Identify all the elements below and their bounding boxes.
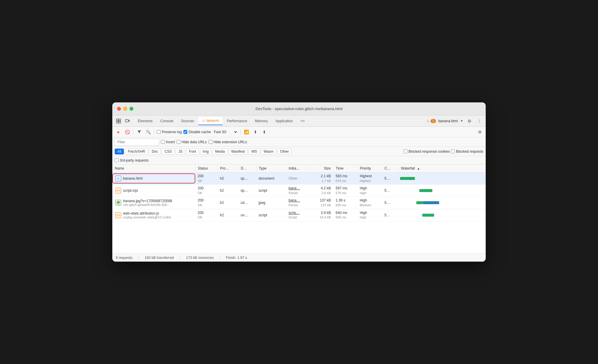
status-divider-3 (220, 255, 220, 260)
wifi-icon[interactable]: 📶 (243, 128, 250, 136)
cell-time-3: 1.39 s 605 ms (333, 197, 357, 209)
filter-tag-media[interactable]: Media (212, 149, 228, 154)
filter-tag-font[interactable]: Font (186, 149, 199, 154)
finish-time: Finish: 1.97 s (226, 256, 247, 260)
col-status[interactable]: Status (195, 165, 218, 173)
filter-tag-img[interactable]: Img (200, 149, 211, 154)
tab-application[interactable]: Application (272, 117, 296, 125)
col-domain[interactable]: D… (238, 165, 256, 173)
blocked-cookies-checkbox[interactable] (404, 149, 407, 153)
toolbar-divider-3 (240, 129, 241, 135)
col-type[interactable]: Type (256, 165, 286, 173)
file-name-1: banana.html (123, 176, 143, 181)
third-party-label[interactable]: 3rd-party requests (115, 158, 148, 162)
filter-input[interactable] (115, 138, 159, 146)
col-time[interactable]: Time (333, 165, 357, 173)
filter-tag-manifest[interactable]: Manifest (229, 149, 247, 154)
cell-type-2: script (256, 185, 286, 197)
filter-tag-all[interactable]: All (115, 149, 124, 154)
file-name-2: script.mjs (123, 189, 138, 193)
toolbar-divider-1 (133, 129, 133, 135)
cell-waterfall-3 (399, 197, 486, 209)
record-button[interactable]: ● (115, 128, 122, 136)
search-button[interactable]: 🔍 (145, 128, 152, 136)
filter-tag-doc[interactable]: Doc (149, 149, 161, 154)
warning-indicator: ⚠ 2 (426, 119, 436, 123)
device-toolbar-icon[interactable] (124, 117, 131, 125)
filter-tag-css[interactable]: CSS (162, 149, 175, 154)
transferred-size: 160 kB transferred (145, 256, 174, 260)
cell-initiator-1: Other (286, 173, 310, 185)
network-settings-icon[interactable]: ⚙ (476, 128, 483, 136)
filter-tag-fetch-xhr[interactable]: Fetch/XHR (125, 149, 148, 154)
toolbar-divider-2 (154, 129, 154, 135)
hide-extension-urls-checkbox[interactable] (209, 140, 212, 144)
cell-domain-3: cd… (238, 197, 256, 209)
col-priority[interactable]: Priority (357, 165, 382, 173)
tab-sources[interactable]: Sources (178, 117, 198, 125)
minimize-button[interactable] (123, 107, 127, 111)
hide-extension-urls-label[interactable]: Hide extension URLs (209, 140, 247, 144)
cell-protocol-4: h2 (218, 209, 238, 221)
filter-tag-ws[interactable]: WS (249, 149, 260, 154)
cell-waterfall-1 (399, 173, 486, 185)
clear-button[interactable]: 🚫 (124, 128, 131, 136)
preserve-log-label[interactable]: Preserve log (157, 130, 182, 134)
import-button[interactable]: ⬆ (252, 128, 259, 136)
cell-protocol-2: h2 (218, 185, 238, 197)
disable-cache-checkbox[interactable] (183, 130, 187, 134)
filter-tag-other[interactable]: Other (277, 149, 292, 154)
tab-elements[interactable]: Elements (134, 117, 156, 125)
close-button[interactable] (117, 107, 121, 111)
third-party-checkbox[interactable] (115, 158, 119, 162)
tab-more[interactable]: >> (297, 117, 308, 125)
table-row[interactable]: ≡ banana.html 200 OK (112, 173, 486, 185)
devtools-settings-icon[interactable]: ⚙ (466, 117, 473, 125)
export-button[interactable]: ⬇ (261, 128, 268, 136)
disable-cache-label[interactable]: Disable cache (183, 130, 211, 134)
throttle-selector[interactable]: Fast 3G Slow 3G No throttling (213, 130, 238, 134)
tab-memory[interactable]: Memory (251, 117, 271, 125)
col-initiator[interactable]: Initia… (286, 165, 310, 173)
col-connection[interactable]: C… (382, 165, 398, 173)
blocked-cookies-label[interactable]: Blocked response cookies (404, 149, 450, 154)
cell-status-3: 200 OK (195, 197, 218, 209)
cell-priority-3: High Medium (357, 197, 382, 209)
blocked-requests-label[interactable]: Blocked requests (451, 149, 483, 154)
tab-console[interactable]: Console (157, 117, 177, 125)
table-row[interactable]: 🌴 banana.jpg?v=1705668720588 cdn.glitch.… (112, 197, 486, 209)
current-file-dropdown[interactable]: ▼ (460, 119, 463, 123)
cell-domain-1: sp… (238, 173, 256, 185)
svg-rect-2 (116, 121, 118, 123)
col-protocol[interactable]: Pro… (218, 165, 238, 173)
requests-count: 6 requests (116, 256, 132, 260)
tab-network[interactable]: ⚠ Network (198, 117, 223, 125)
col-size[interactable]: Size (310, 165, 333, 173)
network-table: Name Status Pro… D… Type Initia… Size Ti… (112, 165, 486, 221)
tab-right-controls: ⚠ 2 banana.html ▼ ⚙ ⋮ (426, 117, 483, 125)
throttle-select[interactable]: Fast 3G Slow 3G No throttling (213, 130, 238, 134)
col-waterfall[interactable]: Waterfall ▲ (399, 165, 486, 173)
devtools-more-icon[interactable]: ⋮ (476, 117, 483, 125)
filter-tag-wasm[interactable]: Wasm (261, 149, 276, 154)
cell-connection-3: 5… (382, 197, 398, 209)
table-row[interactable]: </> web-vitals.attribution.js unpkg.com/… (112, 209, 486, 221)
col-name[interactable]: Name (112, 165, 195, 173)
cell-name-2: </> script.mjs (112, 185, 195, 197)
filter-tag-js[interactable]: JS (176, 149, 185, 154)
invert-label[interactable]: Invert (161, 140, 175, 144)
tab-performance[interactable]: Performance (223, 117, 251, 125)
hide-data-urls-label[interactable]: Hide data URLs (177, 140, 207, 144)
hide-data-urls-checkbox[interactable] (177, 140, 180, 144)
traffic-lights (117, 107, 133, 111)
invert-checkbox[interactable] (161, 140, 165, 144)
table-row[interactable]: </> script.mjs 200 OK (112, 185, 486, 197)
status-divider-2 (180, 255, 180, 260)
filter-toggle-button[interactable] (136, 128, 143, 136)
blocked-requests-checkbox[interactable] (451, 149, 455, 153)
cell-waterfall-2 (399, 185, 486, 197)
preserve-log-checkbox[interactable] (157, 130, 161, 134)
network-table-container[interactable]: Name Status Pro… D… Type Initia… Size Ti… (112, 165, 486, 253)
inspector-icon[interactable] (115, 117, 122, 125)
maximize-button[interactable] (129, 107, 133, 111)
